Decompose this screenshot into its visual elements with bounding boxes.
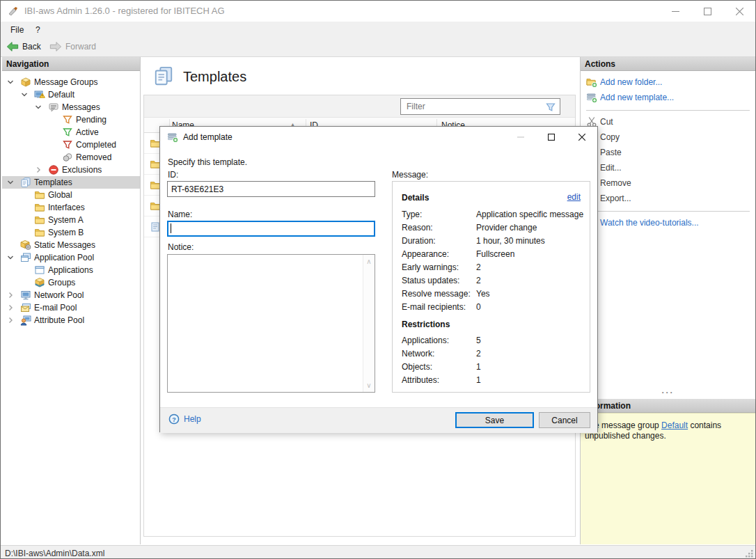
chevron-down-icon[interactable] <box>6 178 15 187</box>
action-cut[interactable]: Cut <box>581 115 755 130</box>
chevron-right-icon[interactable] <box>6 304 15 312</box>
tree-item-label: Attribute Pool <box>34 314 84 326</box>
tree-item-application-pool[interactable]: Application Pool <box>2 251 140 264</box>
close-button[interactable] <box>723 1 755 22</box>
tree-item-templates[interactable]: Templates <box>2 176 140 189</box>
information-body: The message group Default contains unpub… <box>581 413 755 544</box>
tree-item-label: System B <box>48 226 84 239</box>
actions-separator <box>586 211 750 212</box>
kv-value-duration: 1 hour, 30 minutes <box>476 236 545 246</box>
tree-item-completed[interactable]: Completed <box>2 139 140 151</box>
notice-field[interactable]: ∧ ∨ <box>167 254 375 393</box>
action-export[interactable]: Export... <box>581 191 755 207</box>
page-title: Templates <box>183 69 246 85</box>
back-button[interactable]: Back <box>6 40 41 54</box>
action-label: Paste <box>600 148 622 157</box>
action-watch-the-video-tutorials[interactable]: Watch the video-tutorials... <box>581 216 755 231</box>
details-section-header: Details <box>402 193 429 203</box>
tree-item-label: Applications <box>48 264 93 276</box>
save-button[interactable]: Save <box>455 412 534 428</box>
kv-value-applications: 5 <box>476 336 481 345</box>
cancel-button[interactable]: Cancel <box>539 412 590 428</box>
funnel-pending-icon <box>62 114 73 125</box>
navigation-tree: Message GroupsDefaultMessagesPendingActi… <box>2 71 140 544</box>
tree-item-system-b[interactable]: System B <box>2 226 140 239</box>
tree-item-system-a[interactable]: System A <box>2 214 140 226</box>
menu-file[interactable]: File <box>6 24 28 36</box>
chevron-down-icon[interactable] <box>6 78 15 86</box>
panel-splitter-handle[interactable]: ··· <box>581 391 755 397</box>
tree-item-active[interactable]: Active <box>2 126 140 139</box>
tree-item-pending[interactable]: Pending <box>2 113 140 126</box>
kv-value-reason: Provider change <box>476 223 537 233</box>
tree-item-network-pool[interactable]: Network Pool <box>2 289 140 301</box>
dialog-maximize-button[interactable] <box>536 127 567 147</box>
kv-label-status-updates: Status updates: <box>402 276 459 285</box>
action-label: Add new template... <box>600 93 674 102</box>
window-title: IBI-aws Admin 1.26.0 - registered for IB… <box>24 6 225 16</box>
chevron-right-icon[interactable] <box>6 291 15 299</box>
default-group-link[interactable]: Default <box>661 420 688 430</box>
network-pool-icon <box>20 290 31 301</box>
tree-item-global[interactable]: Global <box>2 189 140 201</box>
action-paste[interactable]: Paste <box>581 145 755 161</box>
tree-item-label: Pending <box>76 113 107 126</box>
tree-item-e-mail-pool[interactable]: E-mail Pool <box>2 301 140 314</box>
maximize-button[interactable] <box>691 1 723 22</box>
tree-item-removed[interactable]: Removed <box>2 151 140 164</box>
chevron-right-icon[interactable] <box>6 316 15 324</box>
name-field[interactable] <box>167 221 375 237</box>
id-field[interactable] <box>167 181 375 197</box>
actions-separator <box>586 110 750 111</box>
navigation-header: Navigation <box>2 57 140 71</box>
chevron-down-icon[interactable] <box>34 103 42 111</box>
action-label: Edit... <box>600 163 622 173</box>
status-path: D:\IBI-aws\Admin\Data.xml <box>5 549 104 558</box>
chevron-down-icon[interactable] <box>6 253 15 262</box>
templates-icon <box>20 177 31 188</box>
tool-bar: Back Forward <box>1 37 755 57</box>
notice-label: Notice: <box>168 242 194 252</box>
minimize-button[interactable] <box>659 1 691 22</box>
help-link[interactable]: ? Help <box>168 414 201 425</box>
chevron-right-icon[interactable] <box>34 166 42 174</box>
filter-funnel-icon[interactable] <box>545 102 556 113</box>
kv-value-e-mail-recipients: 0 <box>476 302 481 312</box>
action-add-new-folder[interactable]: Add new folder... <box>581 75 755 90</box>
menu-help[interactable]: ? <box>31 24 45 36</box>
tree-item-label: Messages <box>62 101 100 113</box>
action-label: Export... <box>600 194 631 203</box>
dialog-minimize-button <box>505 127 536 147</box>
kv-label-type: Type: <box>402 210 422 219</box>
tree-item-label: System A <box>48 214 84 226</box>
tree-item-default[interactable]: Default <box>2 88 140 101</box>
tree-item-interfaces[interactable]: Interfaces <box>2 201 140 214</box>
kv-label-appearance: Appearance: <box>402 249 449 259</box>
tree-item-applications[interactable]: Applications <box>2 264 140 276</box>
chevron-down-icon[interactable] <box>20 90 29 99</box>
kv-value-network: 2 <box>476 349 481 359</box>
action-edit[interactable]: Edit... <box>581 161 755 176</box>
tree-item-static-messages[interactable]: Static Messages <box>2 239 140 251</box>
tree-item-message-groups[interactable]: Message Groups <box>2 76 140 88</box>
action-remove[interactable]: Remove <box>581 176 755 191</box>
scroll-down-icon[interactable]: ∨ <box>363 381 375 389</box>
notice-scrollbar[interactable]: ∧ ∨ <box>363 255 375 392</box>
message-group-warning-icon <box>34 89 45 100</box>
resize-grip[interactable] <box>744 549 754 558</box>
scroll-up-icon[interactable]: ∧ <box>363 258 375 265</box>
message-summary-box: Details edit Type:Application specific m… <box>392 181 590 393</box>
tree-item-exclusions[interactable]: Exclusions <box>2 164 140 176</box>
filter-input[interactable] <box>405 100 537 113</box>
kv-value-status-updates: 2 <box>476 276 481 285</box>
edit-message-link[interactable]: edit <box>567 192 581 202</box>
tree-item-label: Static Messages <box>34 239 95 251</box>
forward-arrow-icon <box>49 40 62 53</box>
tree-item-groups[interactable]: Groups <box>2 276 140 289</box>
tree-item-messages[interactable]: Messages <box>2 101 140 113</box>
kv-value-early-warnings: 2 <box>476 262 481 272</box>
tree-item-attribute-pool[interactable]: Attribute Pool <box>2 314 140 326</box>
action-add-new-template[interactable]: Add new template... <box>581 90 755 106</box>
action-copy[interactable]: Copy <box>581 130 755 145</box>
dialog-close-button[interactable] <box>567 127 597 147</box>
